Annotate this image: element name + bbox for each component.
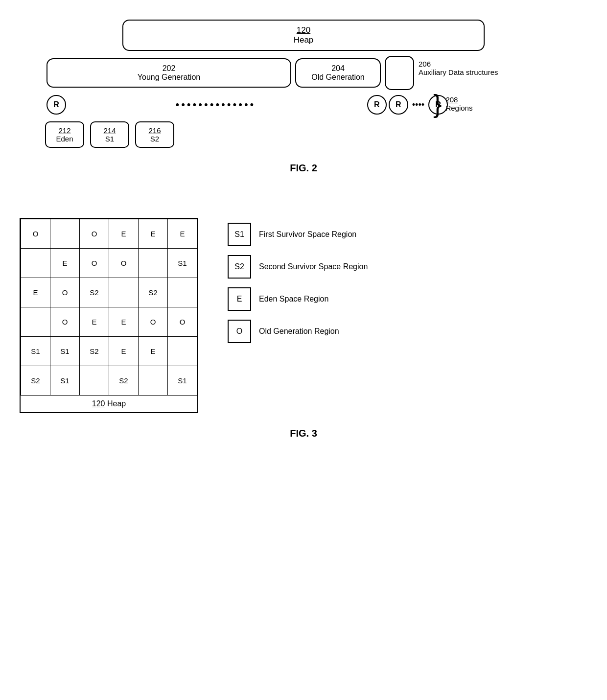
legend-key-box: S1 [228,223,251,246]
aux-name: Auxiliary Data structures [419,68,498,76]
heap-label: 120 Heap [21,396,197,412]
legend-item: EEden Space Region [228,287,368,311]
grid-cell [21,307,50,337]
aux-num: 206 [419,60,431,68]
grid-cell: E [139,219,168,249]
fig2-caption: FIG. 2 [34,163,573,174]
grid-cell [139,366,168,396]
heap-name: Heap [133,35,474,45]
grid-cell: E [80,307,109,337]
grid-cell: S1 [21,337,50,366]
old-gen-name: Old Generation [302,73,374,82]
s1-name: S1 [100,135,119,143]
fig3-diagram: OOEEEEOOS1EOS2S2OEEOOS1S1S2EES2S1S2S1 12… [0,218,607,413]
s2-num: 216 [145,126,164,135]
heap-label-num: 120 [92,399,105,408]
heap-label-name: Heap [107,399,126,408]
grid-table: OOEEEEOOS1EOS2S2OEEOOS1S1S2EES2S1S2S1 [21,219,197,396]
young-gen-box: 202 Young Generation [47,58,291,88]
grid-cell: S2 [80,337,109,366]
grid-cell: E [109,337,139,366]
legend-description: Old Generation Region [259,327,339,336]
young-gen-num: 202 [57,64,280,73]
grid-cell [80,366,109,396]
s1-num: 214 [100,126,119,135]
grid-cell: S1 [168,249,197,278]
grid-wrapper: OOEEEEOOS1EOS2S2OEEOOS1S1S2EES2S1S2S1 12… [20,218,198,413]
grid-cell: E [109,307,139,337]
legend-key-box: E [228,287,251,311]
grid-cell: E [168,219,197,249]
regions-brace-label: } 208 Regions [433,91,472,117]
s1-box: 214 S1 [90,121,129,148]
s2-box: 216 S2 [135,121,174,148]
heap-box: 120 Heap [122,20,485,51]
grid-cell: S2 [109,366,139,396]
legend-description: Eden Space Region [259,295,328,303]
grid-cell [168,337,197,366]
old-gen-num: 204 [302,64,374,73]
grid-cell: O [50,307,80,337]
grid-cell: S2 [80,278,109,307]
legend-description: First Survivor Space Region [259,230,356,239]
eden-box: 212 Eden [45,121,84,148]
grid-cell: O [80,219,109,249]
grid-cell: O [139,307,168,337]
grid-cell: E [109,219,139,249]
dots: •••••••••••••• [66,98,365,111]
region-r-mid1: R [367,95,387,115]
grid-cell: E [21,278,50,307]
grid-cell: E [139,337,168,366]
grid-cell: E [50,249,80,278]
grid-cell: O [109,249,139,278]
regions-row: R •••••••••••••• R R •••• R } 208 Region… [47,95,448,115]
regions-name: Regions [445,104,472,112]
legend-key-box: O [228,320,251,343]
regions-num: 208 [445,95,458,104]
grid-cell [168,278,197,307]
fig3-caption: FIG. 3 [0,428,607,439]
grid-cell [139,249,168,278]
grid-cell: O [21,219,50,249]
subregion-row: 212 Eden 214 S1 216 S2 [45,121,573,148]
legend-description: Second Survivor Space Region [259,262,368,271]
heap-num: 120 [133,25,474,35]
aux-label: 206 Auxiliary Data structures [419,60,498,76]
heap-grid: OOEEEEOOS1EOS2S2OEEOOS1S1S2EES2S1S2S1 12… [20,218,198,413]
grid-cell [21,249,50,278]
grid-cell: S1 [50,366,80,396]
grid-cell [109,278,139,307]
grid-cell: O [168,307,197,337]
region-r-old1: R [389,95,408,115]
grid-cell: O [50,278,80,307]
s2-name: S2 [145,135,164,143]
legend-item: S2Second Survivor Space Region [228,255,368,279]
young-gen-name: Young Generation [57,73,280,82]
grid-cell: S2 [139,278,168,307]
grid-cell: S1 [50,337,80,366]
grid-cell [50,219,80,249]
generation-row: 202 Young Generation 204 Old Generation … [47,56,487,90]
legend-item: OOld Generation Region [228,320,368,343]
grid-cell: O [80,249,109,278]
aux-box [385,56,414,90]
legend: S1First Survivor Space RegionS2Second Su… [228,223,368,343]
old-gen-box: 204 Old Generation [295,58,381,88]
fig2-diagram: 120 Heap 202 Young Generation 204 Old Ge… [34,0,573,174]
grid-cell: S2 [21,366,50,396]
eden-name: Eden [55,135,74,143]
legend-item: S1First Survivor Space Region [228,223,368,246]
legend-key-box: S2 [228,255,251,279]
eden-num: 212 [55,126,74,135]
grid-cell: S1 [168,366,197,396]
region-r-left: R [47,95,66,115]
